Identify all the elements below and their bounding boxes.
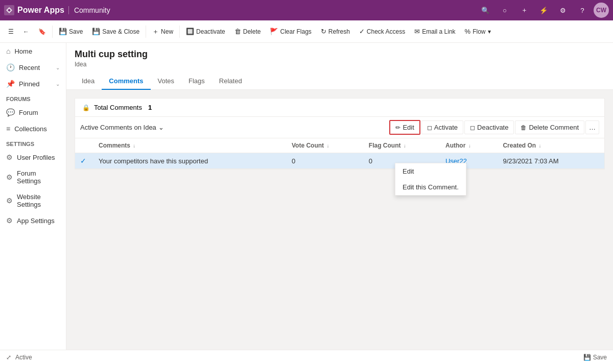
sidebar: ⌂ Home 🕐 Recent ⌄ 📌 Pinned ⌄ Forums 💬 Fo… <box>0 43 66 364</box>
panel-header-icon: 🔒 <box>82 104 90 111</box>
bookmark-btn[interactable]: 🔖 <box>34 25 50 38</box>
flow-btn[interactable]: % Flow ▾ <box>461 25 495 38</box>
row-check: ✓ <box>75 153 93 169</box>
sidebar-item-app-settings[interactable]: ⚙ App Settings <box>0 212 66 229</box>
flow-chevron-icon: ▾ <box>488 28 491 35</box>
comments-sort-icon: ↓ <box>133 143 135 149</box>
search-nav-btn[interactable]: 🔍 <box>477 2 493 18</box>
sidebar-item-forum-settings[interactable]: ⚙ Forum Settings <box>0 165 66 189</box>
comments-table: Comments ↓ Vote Count ↓ Flag Count ↓ <box>75 138 604 169</box>
tab-idea[interactable]: Idea <box>75 73 102 90</box>
back-btn[interactable]: ← <box>19 25 33 38</box>
tab-flags[interactable]: Flags <box>181 73 212 90</box>
activate-btn[interactable]: ◻ Activate <box>421 120 463 134</box>
powerapps-icon <box>4 5 14 15</box>
save-status-icon: 💾 <box>583 354 591 361</box>
add-nav-btn[interactable]: ＋ <box>516 2 532 18</box>
table-header-row: Comments ↓ Vote Count ↓ Flag Count ↓ <box>75 138 604 153</box>
sidebar-item-forum[interactable]: 💬 Forum <box>0 104 66 120</box>
sidebar-item-home[interactable]: ⌂ Home <box>0 43 66 59</box>
pinned-icon: 📌 <box>6 80 15 88</box>
clear-flags-btn[interactable]: 🚩 Clear Flags <box>266 25 315 38</box>
separator-1 <box>52 26 53 38</box>
edit-btn[interactable]: ✏ Edit <box>389 120 420 135</box>
dropdown-edit-comment[interactable]: Edit this Comment. <box>395 179 466 195</box>
home-icon: ⌂ <box>6 47 10 55</box>
brand: Power Apps <box>4 5 64 15</box>
dropdown-edit[interactable]: Edit <box>395 163 466 179</box>
expand-icon[interactable]: ⤢ <box>6 354 11 361</box>
community-label: Community <box>68 6 110 14</box>
tab-comments[interactable]: Comments <box>102 73 150 90</box>
deactivate-cmd-btn[interactable]: 🔲 Deactivate <box>182 25 229 38</box>
col-flag-count[interactable]: Flag Count ↓ <box>364 138 440 153</box>
sidebar-forum-label: Forum <box>19 109 38 116</box>
refresh-btn[interactable]: ↻ Refresh <box>317 25 354 38</box>
table-container: Comments ↓ Vote Count ↓ Flag Count ↓ <box>75 138 604 169</box>
check-icon: ✓ <box>359 28 365 35</box>
sidebar-item-recent[interactable]: 🕐 Recent ⌄ <box>0 59 66 76</box>
clear-flags-icon: 🚩 <box>270 28 278 35</box>
new-icon: ＋ <box>152 27 159 36</box>
deactivate-btn[interactable]: ◻ Deactivate <box>464 120 514 134</box>
tab-related[interactable]: Related <box>212 73 249 90</box>
bookmark-icon: 🔖 <box>38 28 46 35</box>
new-btn[interactable]: ＋ New <box>148 24 177 39</box>
col-comments[interactable]: Comments ↓ <box>93 138 287 153</box>
status-badge: Active <box>15 354 32 361</box>
sidebar-item-user-profiles[interactable]: ⚙ User Profiles <box>0 149 66 165</box>
sub-toolbar: Active Comments on Idea ⌄ ✏ Edit ◻ Activ… <box>75 117 604 138</box>
table-row[interactable]: ✓ Your competitors have this supported 0… <box>75 153 604 169</box>
recent-expand-icon: ⌄ <box>56 65 60 70</box>
sidebar-website-settings-label: Website Settings <box>17 193 60 208</box>
sidebar-home-label: Home <box>14 47 32 55</box>
col-created-on[interactable]: Created On ↓ <box>498 138 604 153</box>
author-sort-icon: ↓ <box>468 143 471 149</box>
help-nav-btn[interactable]: ? <box>574 2 591 18</box>
checkmark-icon: ✓ <box>80 157 86 165</box>
save-close-icon: 💾 <box>92 28 100 35</box>
command-bar: ☰ ← 🔖 💾 Save 💾 Save & Close ＋ New 🔲 Deac… <box>0 20 613 43</box>
settings-section-label: Settings <box>0 137 66 149</box>
col-author[interactable]: Author ↓ <box>440 138 498 153</box>
delete-cmd-btn[interactable]: 🗑 Delete <box>230 25 265 38</box>
menu-toggle-btn[interactable]: ☰ <box>4 25 18 38</box>
check-access-btn[interactable]: ✓ Check Access <box>355 25 409 38</box>
delete-comment-btn[interactable]: 🗑 Delete Comment <box>515 120 584 134</box>
save-icon: 💾 <box>59 28 67 35</box>
save-close-btn[interactable]: 💾 Save & Close <box>88 25 144 38</box>
app-layout: ⌂ Home 🕐 Recent ⌄ 📌 Pinned ⌄ Forums 💬 Fo… <box>0 43 613 364</box>
col-vote-count[interactable]: Vote Count ↓ <box>287 138 364 153</box>
content-area: 🔒 Total Comments 1 Active Comments on Id… <box>66 90 613 178</box>
email-link-btn[interactable]: ✉ Email a Link <box>410 25 459 38</box>
row-created-on: 9/23/2021 7:03 AM <box>498 153 604 169</box>
more-options-btn[interactable]: … <box>585 120 599 134</box>
settings-nav-btn[interactable]: ⚙ <box>555 2 571 18</box>
pinned-expand-icon: ⌄ <box>56 81 60 87</box>
sidebar-item-collections[interactable]: ≡ Collections <box>0 120 66 137</box>
flow-icon: % <box>465 28 471 35</box>
recent-icon: 🕐 <box>6 63 15 71</box>
website-settings-icon: ⚙ <box>6 197 13 205</box>
col-check <box>75 138 93 153</box>
total-count: 1 <box>148 104 152 111</box>
sidebar-pinned-label: Pinned <box>19 80 39 88</box>
sidebar-app-settings-label: App Settings <box>17 217 55 225</box>
sidebar-item-website-settings[interactable]: ⚙ Website Settings <box>0 189 66 212</box>
page-title: Multi cup setting <box>75 49 605 60</box>
flag-sort-icon: ↓ <box>404 143 406 149</box>
page-subtitle: Idea <box>75 61 605 68</box>
sidebar-item-pinned[interactable]: 📌 Pinned ⌄ <box>0 76 66 92</box>
user-avatar[interactable]: CW <box>594 3 609 18</box>
subtoolbar-label[interactable]: Active Comments on Idea ⌄ <box>80 124 164 131</box>
tab-votes[interactable]: Votes <box>151 73 182 90</box>
main-content: Multi cup setting Idea Idea Comments Vot… <box>66 43 613 364</box>
deactivate-icon: 🔲 <box>186 28 194 35</box>
back-icon: ← <box>23 28 29 35</box>
status-save[interactable]: 💾 Save <box>583 354 607 361</box>
save-btn[interactable]: 💾 Save <box>55 25 87 38</box>
help-circle-btn[interactable]: ○ <box>497 2 513 18</box>
subtoolbar-actions: ✏ Edit ◻ Activate ◻ Deactivate 🗑 <box>389 120 599 135</box>
status-bar: ⤢ Active 💾 Save <box>0 350 613 364</box>
filter-nav-btn[interactable]: ⚡ <box>535 2 552 18</box>
